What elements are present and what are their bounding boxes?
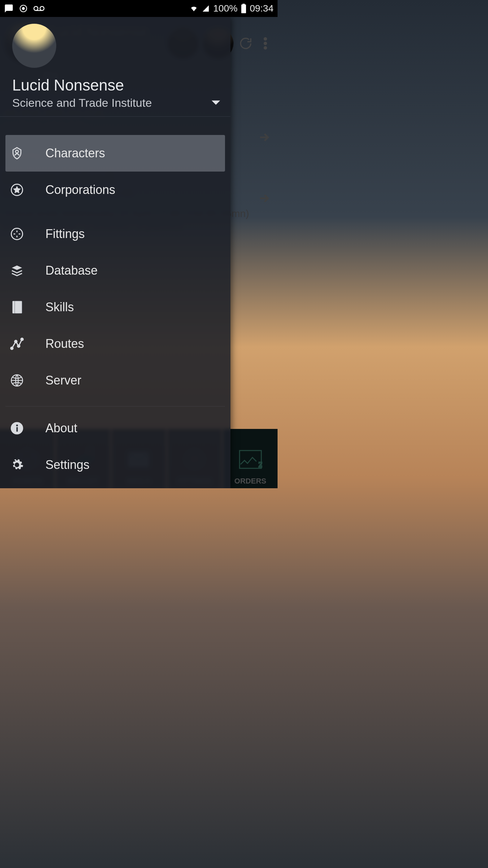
svg-point-7 bbox=[264, 37, 267, 41]
svg-rect-5 bbox=[241, 4, 246, 13]
globe-icon bbox=[9, 373, 24, 388]
svg-rect-30 bbox=[16, 427, 18, 432]
chevron-down-icon[interactable] bbox=[211, 100, 221, 106]
nav-about[interactable]: About bbox=[5, 410, 225, 447]
drawer-org: Science and Trade Institute bbox=[12, 96, 152, 110]
nav-server-label: Server bbox=[45, 373, 81, 388]
voicemail-icon bbox=[33, 5, 45, 12]
tab-orders: Z ORDERS bbox=[223, 429, 278, 488]
signal-icon bbox=[202, 5, 210, 12]
svg-point-24 bbox=[11, 347, 13, 350]
svg-point-8 bbox=[264, 42, 267, 45]
nav-settings[interactable]: Settings bbox=[5, 447, 225, 483]
wifi-icon bbox=[189, 5, 198, 12]
nav-characters[interactable]: Characters bbox=[5, 135, 225, 172]
svg-point-1 bbox=[22, 7, 25, 10]
drawer-divider bbox=[5, 406, 225, 407]
nav-about-label: About bbox=[45, 421, 77, 435]
arrow-right-1 bbox=[257, 131, 271, 144]
nav-routes[interactable]: Routes bbox=[5, 326, 225, 362]
svg-rect-17 bbox=[240, 451, 261, 469]
svg-point-31 bbox=[16, 425, 18, 426]
nav-database[interactable]: Database bbox=[5, 252, 225, 289]
nav-fittings[interactable]: Fittings bbox=[5, 216, 225, 252]
svg-point-19 bbox=[16, 150, 18, 153]
android-status-bar: 100% 09:34 bbox=[0, 0, 278, 17]
orders-icon: Z bbox=[235, 444, 266, 475]
layers-icon bbox=[9, 263, 24, 278]
drawer-nav-list: Characters Corporations Fittings Databas… bbox=[0, 117, 230, 488]
tab-orders-label: ORDERS bbox=[235, 477, 266, 486]
clock-time: 09:34 bbox=[250, 3, 273, 14]
book-icon bbox=[9, 300, 24, 315]
svg-point-25 bbox=[15, 340, 17, 343]
drawer-character-name: Lucid Nonsense bbox=[12, 76, 221, 94]
svg-rect-23 bbox=[15, 301, 22, 314]
nav-corporations[interactable]: Corporations bbox=[5, 172, 225, 208]
svg-point-9 bbox=[264, 46, 267, 50]
nav-skills-label: Skills bbox=[45, 300, 74, 314]
star-circle-icon bbox=[9, 182, 24, 197]
person-icon bbox=[9, 146, 24, 161]
battery-icon bbox=[241, 4, 246, 13]
arrow-right-2 bbox=[257, 192, 271, 205]
chat-icon bbox=[4, 4, 14, 13]
battery-percent: 100% bbox=[213, 3, 238, 14]
nav-skills[interactable]: Skills bbox=[5, 289, 225, 326]
nav-corporations-label: Corporations bbox=[45, 183, 115, 197]
svg-point-3 bbox=[40, 6, 44, 11]
svg-text:Z: Z bbox=[258, 460, 262, 469]
route-icon bbox=[9, 336, 24, 351]
refresh-icon bbox=[238, 36, 253, 51]
nav-database-label: Database bbox=[45, 263, 98, 278]
nav-routes-label: Routes bbox=[45, 337, 84, 351]
navigation-drawer: Lucid Nonsense Science and Trade Institu… bbox=[0, 17, 230, 488]
status-right: 100% 09:34 bbox=[189, 3, 273, 14]
nav-settings-label: Settings bbox=[45, 458, 89, 472]
gear-icon bbox=[9, 457, 24, 472]
sync-icon bbox=[19, 4, 28, 13]
status-left bbox=[4, 4, 45, 13]
svg-point-27 bbox=[21, 338, 23, 340]
drawer-avatar bbox=[12, 24, 56, 68]
fitting-icon bbox=[9, 226, 24, 241]
nav-characters-label: Characters bbox=[45, 146, 105, 160]
info-icon bbox=[9, 421, 24, 436]
nav-server[interactable]: Server bbox=[5, 362, 225, 399]
svg-point-26 bbox=[18, 345, 20, 347]
svg-rect-6 bbox=[242, 4, 245, 5]
overflow-icon bbox=[258, 36, 273, 51]
nav-fittings-label: Fittings bbox=[45, 227, 85, 241]
drawer-header[interactable]: Lucid Nonsense Science and Trade Institu… bbox=[0, 17, 230, 117]
svg-point-21 bbox=[11, 228, 22, 239]
svg-point-2 bbox=[34, 6, 38, 11]
